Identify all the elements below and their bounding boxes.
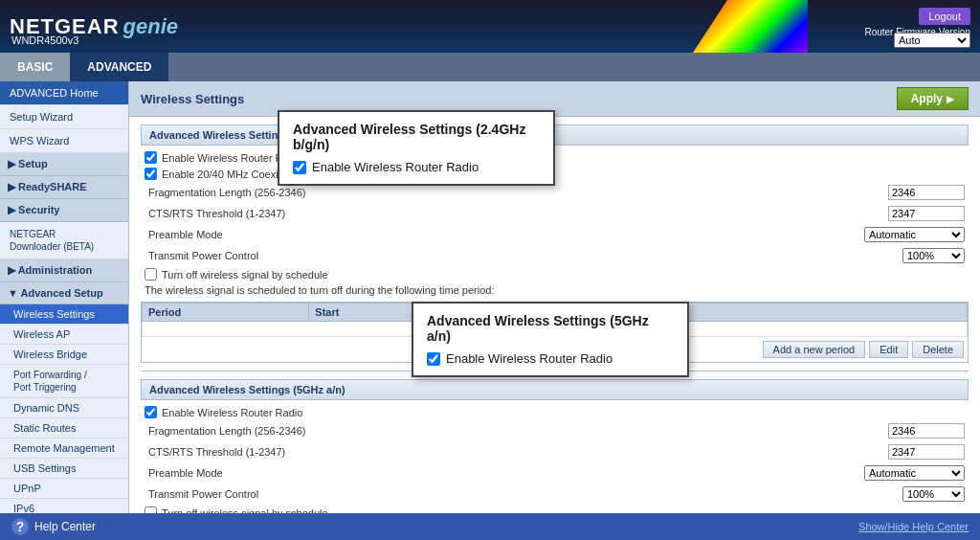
- transmit-24-select[interactable]: 100%: [902, 248, 965, 263]
- help-icon: ?: [11, 518, 29, 535]
- sidebar-group-setup[interactable]: ▶ Setup: [0, 153, 128, 176]
- help-center-label: Help Center: [34, 520, 96, 533]
- tooltip-24ghz: Advanced Wireless Settings (2.4GHz b/g/n…: [278, 110, 555, 186]
- frag-length-5-row: Fragmentation Length (256-2346): [141, 420, 969, 441]
- schedule-5-label: Turn off wireless signal by schedule: [162, 507, 328, 514]
- sidebar-item-wireless-settings[interactable]: Wireless Settings: [0, 304, 128, 325]
- footer: ? Help Center Show/Hide Help Center: [0, 513, 980, 540]
- sidebar-group-readyshare[interactable]: ▶ ReadySHARE: [0, 176, 128, 199]
- model-number: WNDR4500v3: [11, 34, 78, 46]
- genie-logo: genie: [123, 14, 178, 39]
- logo-area: NETGEAR genie WNDR4500v3: [10, 14, 178, 39]
- tooltip-5-title: Advanced Wireless Settings (5GHz a/n): [427, 313, 674, 344]
- sidebar-item-wps-wizard[interactable]: WPS Wizard: [0, 129, 128, 153]
- transmit-5-select[interactable]: 100%: [902, 486, 965, 502]
- schedule-24-row: Turn off wireless signal by schedule: [141, 266, 969, 282]
- auto-select[interactable]: Auto: [894, 33, 970, 48]
- tooltip-5-check-row: Enable Wireless Router Radio: [427, 351, 674, 366]
- frag-length-5-input[interactable]: [888, 423, 965, 439]
- header: NETGEAR genie WNDR4500v3 Logout Router F…: [0, 0, 980, 53]
- tooltip-24-checkbox[interactable]: [293, 161, 306, 174]
- cts-rts-5-row: CTS/RTS Threshold (1-2347): [141, 441, 969, 462]
- setup-label: ▶ Setup: [8, 158, 48, 170]
- advanced-setup-label: ▼ Advanced Setup: [8, 287, 103, 299]
- cts-rts-24-label: CTS/RTS Threshold (1-2347): [145, 208, 888, 219]
- tab-advanced[interactable]: ADVANCED: [70, 53, 168, 81]
- sidebar-item-static-routes[interactable]: Static Routes: [0, 418, 128, 439]
- help-area: ? Help Center: [11, 518, 96, 535]
- enable-radio-5-row: Enable Wireless Router Radio: [141, 404, 969, 420]
- apply-arrow-icon: ▶: [947, 94, 954, 104]
- sidebar-group-security[interactable]: ▶ Security: [0, 199, 128, 222]
- enable-radio-24-checkbox[interactable]: [145, 151, 157, 164]
- transmit-5-label: Transmit Power Control: [145, 488, 902, 500]
- schedule-24-checkbox[interactable]: [145, 268, 157, 281]
- schedule-5-checkbox[interactable]: [145, 506, 157, 513]
- security-label: ▶ Security: [8, 204, 59, 216]
- sidebar-item-remote-management[interactable]: Remote Management: [0, 439, 128, 459]
- enable-radio-5-label: Enable Wireless Router Radio: [162, 407, 302, 418]
- tooltip-24-label: Enable Wireless Router Radio: [312, 160, 479, 174]
- enable-radio-5-checkbox[interactable]: [145, 406, 157, 418]
- sidebar-item-dynamic-dns[interactable]: Dynamic DNS: [0, 398, 128, 418]
- sidebar-group-administration[interactable]: ▶ Administration: [0, 259, 128, 282]
- tooltip-5-label: Enable Wireless Router Radio: [446, 351, 612, 366]
- cts-rts-24-input[interactable]: [888, 206, 965, 221]
- schedule-24-label: Turn off wireless signal by schedule: [162, 269, 328, 281]
- sidebar-item-ipv6[interactable]: IPv6: [0, 499, 128, 513]
- sidebar-item-usb-settings[interactable]: USB Settings: [0, 459, 128, 479]
- cts-rts-5-input[interactable]: [888, 444, 965, 460]
- schedule-5-row: Turn off wireless signal by schedule: [141, 505, 969, 513]
- page-title: Wireless Settings: [141, 92, 244, 106]
- sidebar-item-port-forwarding[interactable]: Port Forwarding /Port Triggering: [0, 365, 128, 398]
- main-layout: ADVANCED Home Setup Wizard WPS Wizard ▶ …: [0, 81, 980, 513]
- delete-24-btn[interactable]: Delete: [912, 341, 964, 358]
- tooltip-5-checkbox[interactable]: [427, 352, 440, 366]
- tooltip-5ghz: Advanced Wireless Settings (5GHz a/n) En…: [412, 302, 689, 377]
- preamble-24-select[interactable]: Automatic: [864, 227, 965, 242]
- sidebar-item-netgear-downloader[interactable]: NETGEARDownloader (BETA): [0, 222, 128, 259]
- preamble-5-row: Preamble Mode Automatic: [141, 462, 969, 484]
- tab-bar: BASIC ADVANCED: [0, 53, 980, 81]
- logout-button[interactable]: Logout: [919, 8, 970, 25]
- transmit-5-row: Transmit Power Control 100%: [141, 484, 969, 505]
- frag-length-5-label: Fragmentation Length (256-2346): [145, 425, 888, 437]
- transmit-24-row: Transmit Power Control 100%: [141, 245, 969, 266]
- frag-length-24-label: Fragmentation Length (256-2346): [145, 187, 888, 198]
- preamble-24-row: Preamble Mode Automatic: [141, 224, 969, 245]
- sidebar-item-wireless-bridge[interactable]: Wireless Bridge: [0, 345, 128, 365]
- sidebar-item-upnp[interactable]: UPnP: [0, 479, 128, 499]
- sidebar-item-wireless-ap[interactable]: Wireless AP: [0, 325, 128, 345]
- edit-24-btn[interactable]: Edit: [869, 341, 908, 358]
- tooltip-24-check-row: Enable Wireless Router Radio: [293, 160, 540, 174]
- apply-button[interactable]: Apply ▶: [897, 87, 969, 110]
- preamble-5-label: Preamble Mode: [145, 467, 864, 479]
- preamble-5-select[interactable]: Automatic: [864, 465, 965, 481]
- sidebar-item-advanced-home[interactable]: ADVANCED Home: [0, 81, 128, 105]
- content-area: Wireless Settings Apply ▶ Advanced Wirel…: [129, 81, 980, 513]
- cts-rts-24-row: CTS/RTS Threshold (1-2347): [141, 203, 969, 224]
- readyshare-label: ▶ ReadySHARE: [8, 181, 87, 193]
- administration-label: ▶ Administration: [8, 264, 92, 277]
- show-hide-link[interactable]: Show/Hide Help Center: [858, 521, 969, 532]
- col-period-24: Period: [143, 304, 309, 322]
- sidebar-item-setup-wizard[interactable]: Setup Wizard: [0, 105, 128, 129]
- schedule-note-24: The wireless signal is scheduled to turn…: [141, 282, 969, 298]
- tab-basic[interactable]: BASIC: [0, 53, 70, 81]
- sidebar: ADVANCED Home Setup Wizard WPS Wizard ▶ …: [0, 81, 129, 513]
- section-header-5ghz: Advanced Wireless Settings (5GHz a/n): [141, 379, 969, 400]
- preamble-24-label: Preamble Mode: [145, 229, 864, 240]
- enable-coexistence-checkbox[interactable]: [145, 168, 157, 180]
- tooltip-24-title: Advanced Wireless Settings (2.4GHz b/g/n…: [293, 122, 540, 152]
- transmit-24-label: Transmit Power Control: [145, 250, 902, 261]
- rainbow-decoration: [693, 0, 808, 53]
- sidebar-group-advanced-setup[interactable]: ▼ Advanced Setup: [0, 282, 128, 304]
- frag-length-24-input[interactable]: [888, 185, 965, 200]
- add-period-24-btn[interactable]: Add a new period: [763, 341, 866, 358]
- cts-rts-5-label: CTS/RTS Threshold (1-2347): [145, 446, 888, 458]
